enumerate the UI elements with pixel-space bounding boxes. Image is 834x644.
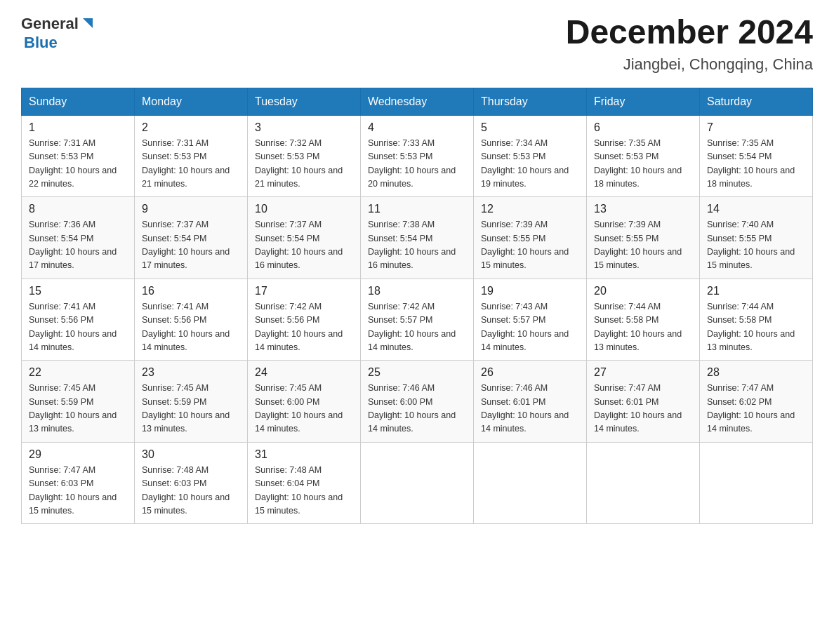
logo: General Blue [21, 14, 95, 52]
day-info: Sunrise: 7:47 AMSunset: 6:01 PMDaylight:… [594, 383, 682, 434]
table-row: 12 Sunrise: 7:39 AMSunset: 5:55 PMDaylig… [474, 197, 587, 279]
day-number: 25 [368, 366, 466, 379]
day-info: Sunrise: 7:46 AMSunset: 6:01 PMDaylight:… [481, 383, 569, 434]
header-tuesday: Tuesday [248, 88, 361, 115]
day-info: Sunrise: 7:44 AMSunset: 5:58 PMDaylight:… [707, 302, 795, 352]
table-row: 23 Sunrise: 7:45 AMSunset: 5:59 PMDaylig… [135, 361, 248, 443]
day-number: 23 [142, 366, 240, 379]
table-row: 25 Sunrise: 7:46 AMSunset: 6:00 PMDaylig… [361, 361, 474, 443]
weekday-header-row: Sunday Monday Tuesday Wednesday Thursday… [22, 88, 813, 115]
table-row: 28 Sunrise: 7:47 AMSunset: 6:02 PMDaylig… [700, 361, 813, 443]
table-row: 7 Sunrise: 7:35 AMSunset: 5:54 PMDayligh… [700, 115, 813, 197]
day-info: Sunrise: 7:33 AMSunset: 5:53 PMDaylight:… [368, 138, 456, 189]
day-info: Sunrise: 7:46 AMSunset: 6:00 PMDaylight:… [368, 383, 456, 434]
day-number: 19 [481, 285, 579, 297]
day-number: 18 [368, 285, 466, 297]
day-number: 26 [481, 366, 579, 379]
table-row: 22 Sunrise: 7:45 AMSunset: 5:59 PMDaylig… [22, 361, 135, 443]
day-info: Sunrise: 7:35 AMSunset: 5:54 PMDaylight:… [707, 138, 795, 189]
day-number: 8 [29, 203, 127, 215]
day-number: 2 [142, 121, 240, 134]
day-number: 1 [29, 121, 127, 134]
table-row: 6 Sunrise: 7:35 AMSunset: 5:53 PMDayligh… [587, 115, 700, 197]
day-number: 13 [594, 203, 692, 215]
day-info: Sunrise: 7:34 AMSunset: 5:53 PMDaylight:… [481, 138, 569, 189]
day-number: 17 [255, 285, 353, 297]
table-row: 18 Sunrise: 7:42 AMSunset: 5:57 PMDaylig… [361, 279, 474, 361]
header-saturday: Saturday [700, 88, 813, 115]
day-info: Sunrise: 7:38 AMSunset: 5:54 PMDaylight:… [368, 220, 456, 270]
day-info: Sunrise: 7:47 AMSunset: 6:03 PMDaylight:… [29, 465, 117, 516]
day-number: 6 [594, 121, 692, 134]
day-info: Sunrise: 7:45 AMSunset: 6:00 PMDaylight:… [255, 383, 343, 434]
table-row: 9 Sunrise: 7:37 AMSunset: 5:54 PMDayligh… [135, 197, 248, 279]
day-number: 10 [255, 203, 353, 215]
day-number: 12 [481, 203, 579, 215]
logo-triangle-icon [80, 15, 95, 31]
day-number: 3 [255, 121, 353, 134]
table-row: 20 Sunrise: 7:44 AMSunset: 5:58 PMDaylig… [587, 279, 700, 361]
day-info: Sunrise: 7:31 AMSunset: 5:53 PMDaylight:… [142, 138, 230, 189]
location-subtitle: Jiangbei, Chongqing, China [566, 55, 813, 74]
day-info: Sunrise: 7:39 AMSunset: 5:55 PMDaylight:… [481, 220, 569, 270]
day-number: 15 [29, 285, 127, 297]
day-number: 14 [707, 203, 805, 215]
day-info: Sunrise: 7:48 AMSunset: 6:03 PMDaylight:… [142, 465, 230, 516]
table-row [361, 442, 474, 524]
day-number: 20 [594, 285, 692, 297]
day-info: Sunrise: 7:45 AMSunset: 5:59 PMDaylight:… [142, 383, 230, 434]
table-row: 26 Sunrise: 7:46 AMSunset: 6:01 PMDaylig… [474, 361, 587, 443]
day-number: 4 [368, 121, 466, 134]
table-row: 30 Sunrise: 7:48 AMSunset: 6:03 PMDaylig… [135, 442, 248, 524]
table-row: 15 Sunrise: 7:41 AMSunset: 5:56 PMDaylig… [22, 279, 135, 361]
table-row: 1 Sunrise: 7:31 AMSunset: 5:53 PMDayligh… [22, 115, 135, 197]
day-info: Sunrise: 7:36 AMSunset: 5:54 PMDaylight:… [29, 220, 117, 270]
header-sunday: Sunday [22, 88, 135, 115]
day-info: Sunrise: 7:41 AMSunset: 5:56 PMDaylight:… [29, 302, 117, 352]
day-info: Sunrise: 7:48 AMSunset: 6:04 PMDaylight:… [255, 465, 343, 516]
day-number: 27 [594, 366, 692, 379]
day-info: Sunrise: 7:32 AMSunset: 5:53 PMDaylight:… [255, 138, 343, 189]
table-row: 14 Sunrise: 7:40 AMSunset: 5:55 PMDaylig… [700, 197, 813, 279]
table-row [474, 442, 587, 524]
header-thursday: Thursday [474, 88, 587, 115]
day-info: Sunrise: 7:44 AMSunset: 5:58 PMDaylight:… [594, 302, 682, 352]
table-row: 8 Sunrise: 7:36 AMSunset: 5:54 PMDayligh… [22, 197, 135, 279]
table-row [700, 442, 813, 524]
day-number: 9 [142, 203, 240, 215]
table-row: 4 Sunrise: 7:33 AMSunset: 5:53 PMDayligh… [361, 115, 474, 197]
header-wednesday: Wednesday [361, 88, 474, 115]
day-number: 21 [707, 285, 805, 297]
day-info: Sunrise: 7:35 AMSunset: 5:53 PMDaylight:… [594, 138, 682, 189]
svg-marker-0 [83, 18, 93, 28]
title-area: December 2024 Jiangbei, Chongqing, China [566, 14, 813, 74]
day-number: 30 [142, 448, 240, 461]
day-number: 24 [255, 366, 353, 379]
table-row: 17 Sunrise: 7:42 AMSunset: 5:56 PMDaylig… [248, 279, 361, 361]
table-row: 31 Sunrise: 7:48 AMSunset: 6:04 PMDaylig… [248, 442, 361, 524]
table-row: 24 Sunrise: 7:45 AMSunset: 6:00 PMDaylig… [248, 361, 361, 443]
table-row: 29 Sunrise: 7:47 AMSunset: 6:03 PMDaylig… [22, 442, 135, 524]
day-info: Sunrise: 7:40 AMSunset: 5:55 PMDaylight:… [707, 220, 795, 270]
logo-blue-text: Blue [24, 34, 58, 51]
calendar-week-row: 1 Sunrise: 7:31 AMSunset: 5:53 PMDayligh… [22, 115, 813, 197]
calendar-week-row: 29 Sunrise: 7:47 AMSunset: 6:03 PMDaylig… [22, 442, 813, 524]
day-info: Sunrise: 7:47 AMSunset: 6:02 PMDaylight:… [707, 383, 795, 434]
day-number: 28 [707, 366, 805, 379]
calendar-week-row: 22 Sunrise: 7:45 AMSunset: 5:59 PMDaylig… [22, 361, 813, 443]
day-info: Sunrise: 7:39 AMSunset: 5:55 PMDaylight:… [594, 220, 682, 270]
day-info: Sunrise: 7:43 AMSunset: 5:57 PMDaylight:… [481, 302, 569, 352]
header-monday: Monday [135, 88, 248, 115]
calendar-week-row: 15 Sunrise: 7:41 AMSunset: 5:56 PMDaylig… [22, 279, 813, 361]
table-row: 11 Sunrise: 7:38 AMSunset: 5:54 PMDaylig… [361, 197, 474, 279]
table-row: 5 Sunrise: 7:34 AMSunset: 5:53 PMDayligh… [474, 115, 587, 197]
day-info: Sunrise: 7:42 AMSunset: 5:57 PMDaylight:… [368, 302, 456, 352]
day-number: 16 [142, 285, 240, 297]
day-info: Sunrise: 7:37 AMSunset: 5:54 PMDaylight:… [255, 220, 343, 270]
day-info: Sunrise: 7:45 AMSunset: 5:59 PMDaylight:… [29, 383, 117, 434]
header-friday: Friday [587, 88, 700, 115]
table-row: 10 Sunrise: 7:37 AMSunset: 5:54 PMDaylig… [248, 197, 361, 279]
day-info: Sunrise: 7:37 AMSunset: 5:54 PMDaylight:… [142, 220, 230, 270]
day-number: 11 [368, 203, 466, 215]
day-number: 5 [481, 121, 579, 134]
